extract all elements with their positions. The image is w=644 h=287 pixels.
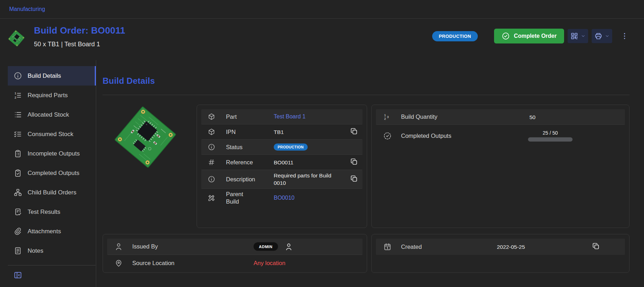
info-circle-icon [13, 71, 22, 80]
copy-button[interactable] [592, 242, 600, 252]
sidebar-item-consumed-stock[interactable]: Consumed Stock [8, 124, 96, 144]
sidebar-item-completed-outputs[interactable]: Completed Outputs [8, 163, 96, 183]
sidebar-nav: Build Details12Required PartsAllocated S… [0, 60, 96, 287]
created-label: Created [401, 244, 422, 250]
issued-by-row: Issued By ADMIN [107, 239, 362, 255]
complete-order-button[interactable]: Complete Order [494, 29, 564, 43]
progress-block: 25 / 50 [528, 130, 573, 142]
detail-label: Part [226, 113, 274, 121]
sitemap-icon [13, 188, 22, 197]
detail-row-parent-build: Parent BuildBO0010 [201, 189, 362, 207]
main-content: Build Details PartTest Board 1IPNTB1Stat… [96, 60, 644, 287]
sidebar-item-build-details[interactable]: Build Details [8, 66, 96, 86]
box-icon [208, 113, 215, 121]
sidebar-item-label: Notes [28, 247, 43, 254]
sidebar-item-required-parts[interactable]: 12Required Parts [8, 86, 96, 105]
part-image [110, 105, 185, 173]
source-location-label: Source Location [132, 260, 174, 266]
sidebar-divider [8, 265, 95, 265]
print-actions-button[interactable] [592, 29, 612, 43]
sidebar-item-label: Completed Outputs [28, 170, 79, 177]
detail-label: Status [226, 144, 274, 151]
sidebar-collapse-icon [13, 271, 22, 280]
sidebar-item-notes[interactable]: Notes [8, 241, 96, 260]
source-location-row: Source Location Any location [107, 255, 362, 271]
sidebar-item-allocated-stock[interactable]: Allocated Stock [8, 105, 96, 124]
circle-check-icon [501, 32, 510, 40]
page-title: Build Order: BO0011 [34, 25, 125, 36]
detail-label: Reference [226, 159, 274, 166]
created-value: 2022-05-25 [497, 243, 525, 251]
svg-text:1: 1 [14, 92, 16, 95]
copy-icon [350, 158, 358, 166]
detail-value-link[interactable]: BO0010 [274, 195, 295, 201]
map-pin-icon [114, 259, 123, 268]
detail-label: Description [226, 176, 274, 183]
completed-outputs-label: Completed Outputs [401, 133, 451, 139]
part-thumbnail-image [8, 28, 26, 50]
page-header: Build Order: BO0011 50 x TB1 | Test Boar… [0, 19, 644, 60]
clipboard-icon [13, 149, 22, 158]
breadcrumb-link-manufacturing[interactable]: Manufacturing [9, 6, 45, 12]
detail-value: BO0011 [274, 159, 294, 166]
page-body: Build Details12Required PartsAllocated S… [0, 60, 644, 287]
sidebar-item-label: Child Build Orders [28, 189, 76, 196]
sidebar-item-test-results[interactable]: Test Results [8, 202, 96, 222]
calendar-icon [383, 242, 392, 251]
build-details-panel: PartTest Board 1IPNTB1StatusPRODUCTIONRe… [197, 105, 367, 228]
progress-check-icon [383, 131, 392, 140]
list-icon [13, 110, 22, 119]
sidebar-item-attachments[interactable]: Attachments [8, 222, 96, 241]
page-subtitle: 50 x TB1 | Test Board 1 [34, 41, 125, 48]
detail-label: IPN [226, 128, 274, 136]
section-divider [103, 95, 630, 95]
sidebar-item-child-build-orders[interactable]: Child Build Orders [8, 183, 96, 202]
created-panel: Created 2022-05-25 [371, 234, 630, 273]
svg-text:1: 1 [384, 113, 386, 117]
completed-outputs-progress: 25 / 50 [528, 130, 573, 142]
box-icon [208, 128, 215, 136]
copy-icon [592, 242, 600, 251]
sidebar-item-incomplete-outputs[interactable]: Incomplete Outputs [8, 144, 96, 163]
overflow-menu-button[interactable] [620, 31, 629, 41]
issued-panel: Issued By ADMIN Source Location Any loca… [103, 234, 367, 273]
copy-button[interactable] [350, 175, 358, 184]
sidebar-item-label: Attachments [28, 228, 61, 235]
complete-order-label: Complete Order [514, 33, 557, 39]
build-quantity-label: Build Quantity [401, 113, 437, 120]
sidebar-item-label: Build Details [28, 72, 61, 80]
user-icon [114, 242, 123, 251]
progress-label: 25 / 50 [528, 130, 573, 136]
info-circle-icon [208, 143, 215, 151]
copy-icon [350, 175, 358, 183]
svg-text:2: 2 [14, 96, 16, 99]
detail-label: Parent Build [226, 191, 248, 205]
progress-bar [528, 137, 573, 142]
dots-vertical-icon [620, 32, 629, 40]
collapse-sidebar-button[interactable] [13, 271, 22, 281]
detail-value: TB1 [274, 128, 284, 136]
detail-row-status: StatusPRODUCTION [201, 140, 362, 155]
detail-row-description: DescriptionRequired parts for Build 0010 [201, 170, 362, 189]
list-check-icon [13, 130, 22, 139]
issued-by-value-group: ADMIN [254, 242, 293, 251]
barcode-actions-button[interactable] [568, 29, 588, 43]
detail-row-ipn: IPNTB1 [201, 124, 362, 140]
copy-button[interactable] [350, 158, 358, 167]
notes-icon [13, 246, 22, 255]
sidebar-item-label: Incomplete Outputs [28, 150, 80, 157]
copy-button[interactable] [350, 127, 358, 137]
header-actions: PRODUCTION Complete Order [432, 29, 629, 43]
clipboard-check-icon [13, 169, 22, 177]
created-row: Created 2022-05-25 [376, 239, 625, 255]
issued-by-badge: ADMIN [254, 242, 278, 251]
section-title: Build Details [103, 76, 644, 86]
sidebar-item-label: Allocated Stock [28, 111, 69, 118]
svg-text:3: 3 [387, 115, 389, 119]
list-numbers-icon: 12 [13, 91, 22, 100]
detail-value-link[interactable]: Test Board 1 [274, 113, 306, 120]
qrcode-icon [570, 32, 579, 40]
file-check-icon [13, 207, 22, 216]
details-table: PartTest Board 1IPNTB1StatusPRODUCTIONRe… [201, 109, 362, 207]
build-quantity-row: 123 Build Quantity 50 [376, 109, 625, 125]
